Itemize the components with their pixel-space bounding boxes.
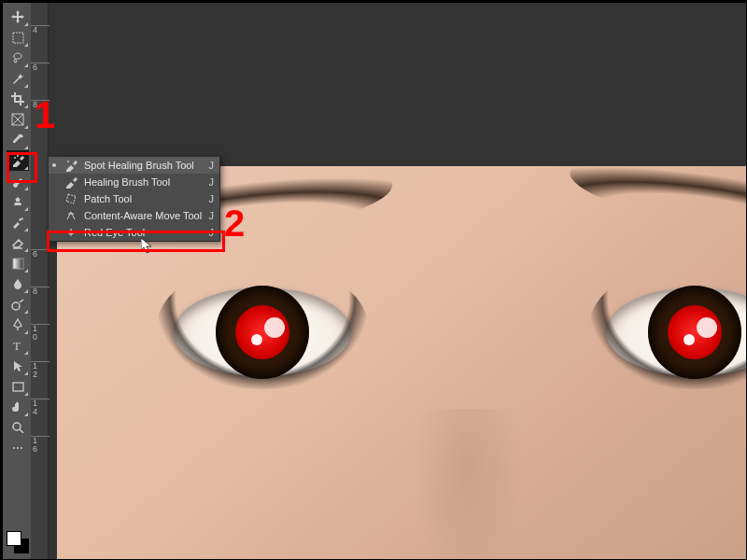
- path-selection-tool[interactable]: [7, 356, 29, 376]
- blur-tool[interactable]: [7, 273, 29, 294]
- eraser-tool[interactable]: [7, 232, 29, 253]
- ruler-tick: 1 6: [33, 437, 40, 454]
- svg-point-9: [13, 447, 15, 449]
- face-eye: [174, 287, 351, 376]
- eyedropper-tool[interactable]: [7, 130, 29, 150]
- clone-stamp-tool[interactable]: [7, 191, 29, 212]
- marquee-tool[interactable]: [7, 27, 29, 48]
- lasso-tool[interactable]: [7, 48, 29, 68]
- svg-text:T: T: [13, 339, 21, 352]
- ruler-tick: 1 0: [33, 325, 40, 342]
- red-eye-tool-icon: [63, 225, 78, 240]
- svg-rect-13: [66, 194, 76, 203]
- svg-point-12: [67, 161, 69, 162]
- pen-tool[interactable]: [7, 315, 29, 335]
- svg-point-15: [70, 231, 72, 233]
- svg-point-10: [17, 447, 19, 449]
- brush-tool[interactable]: [7, 171, 29, 191]
- svg-point-11: [21, 447, 22, 449]
- menu-item-red-eye-tool[interactable]: Red Eye Tool J: [49, 224, 219, 241]
- svg-rect-0: [13, 33, 23, 43]
- menu-item-shortcut: J: [209, 160, 215, 171]
- spot-healing-brush-icon: [63, 158, 78, 173]
- foreground-color-swatch[interactable]: [7, 531, 21, 546]
- patch-tool-icon: [63, 191, 78, 206]
- svg-point-3: [17, 155, 19, 157]
- menu-item-content-aware-move[interactable]: Content-Aware Move Tool J: [49, 207, 219, 224]
- annotation-number-2: 2: [224, 204, 245, 242]
- healing-tools-flyout: Spot Healing Brush Tool J Healing Brush …: [48, 156, 220, 242]
- type-tool[interactable]: T: [7, 335, 29, 356]
- crop-tool[interactable]: [7, 89, 29, 109]
- ruler-tick: 4: [33, 26, 40, 35]
- ruler-tick: 6: [33, 250, 40, 259]
- annotation-number-1: 1: [35, 96, 55, 133]
- magic-wand-tool[interactable]: [7, 68, 29, 89]
- menu-item-healing-brush[interactable]: Healing Brush Tool J: [49, 174, 219, 190]
- menu-item-label: Red Eye Tool: [84, 227, 204, 238]
- svg-point-5: [12, 302, 20, 310]
- toolbar-more[interactable]: [7, 438, 29, 458]
- menu-item-shortcut: J: [209, 210, 215, 221]
- ruler-tick: 1 2: [33, 362, 40, 379]
- svg-rect-7: [13, 383, 23, 391]
- menu-item-spot-healing-brush[interactable]: Spot Healing Brush Tool J: [49, 157, 219, 174]
- ruler-tick: 6: [33, 63, 40, 72]
- ruler-tick: 8: [33, 287, 40, 296]
- svg-point-8: [13, 423, 21, 430]
- frame-tool[interactable]: [7, 109, 29, 130]
- hand-tool[interactable]: [7, 397, 29, 417]
- face-nose-shadow: [412, 409, 524, 559]
- svg-rect-4: [13, 259, 23, 269]
- menu-item-shortcut: J: [209, 193, 215, 204]
- spot-healing-brush-tool[interactable]: [7, 150, 29, 171]
- toolbar-divider: [7, 458, 29, 484]
- vertical-ruler: 4 6 8 6 8 1 0 1 2 1 4 1 6: [31, 3, 49, 559]
- menu-item-label: Content-Aware Move Tool: [84, 210, 204, 221]
- dodge-tool[interactable]: [7, 294, 29, 315]
- face-eyebrow: [566, 166, 746, 244]
- svg-point-2: [14, 157, 16, 159]
- app-frame: 4 6 8 6 8 1 0 1 2 1 4 1 6 T: [2, 2, 747, 560]
- zoom-tool[interactable]: [7, 417, 29, 438]
- ruler-tick: 1 4: [33, 399, 40, 416]
- history-brush-tool[interactable]: [7, 212, 29, 232]
- menu-item-label: Healing Brush Tool: [84, 176, 204, 188]
- menu-item-shortcut: J: [209, 176, 215, 188]
- tools-panel: T: [7, 7, 29, 484]
- menu-item-label: Spot Healing Brush Tool: [84, 160, 204, 171]
- content-aware-move-icon: [63, 208, 78, 223]
- gradient-tool[interactable]: [7, 253, 29, 273]
- menu-item-patch-tool[interactable]: Patch Tool J: [49, 190, 219, 207]
- healing-brush-icon: [63, 175, 78, 189]
- menu-item-label: Patch Tool: [84, 193, 204, 204]
- menu-item-shortcut: J: [209, 227, 215, 238]
- face-eye: [606, 287, 746, 376]
- move-tool[interactable]: [7, 7, 29, 27]
- color-swatches[interactable]: [7, 531, 29, 553]
- rectangle-tool[interactable]: [7, 376, 29, 397]
- selected-indicator-icon: [52, 163, 56, 167]
